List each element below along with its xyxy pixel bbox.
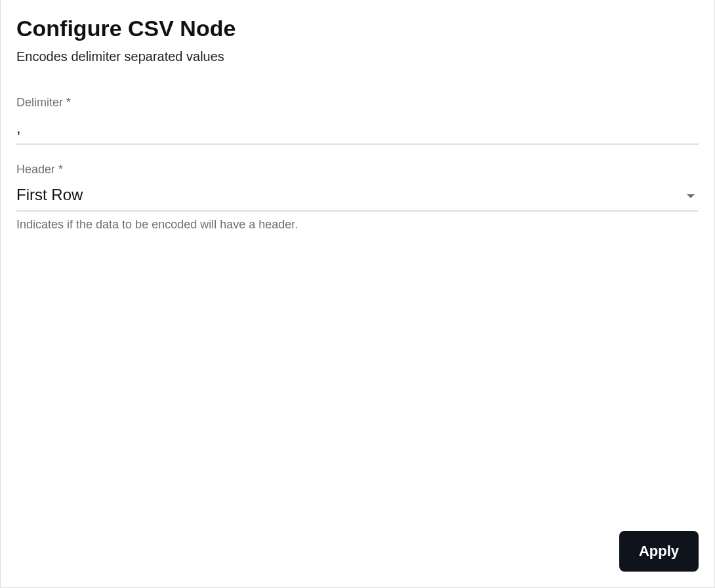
header-select[interactable]: First Row [16,182,699,211]
apply-button[interactable]: Apply [619,531,699,572]
header-helper-text: Indicates if the data to be encoded will… [16,218,699,232]
header-select-value: First Row [16,182,687,211]
header-field: Header * First Row Indicates if the data… [16,163,699,232]
page-title: Configure CSV Node [16,16,699,41]
delimiter-input[interactable] [16,115,699,144]
delimiter-label: Delimiter * [16,96,699,110]
delimiter-field: Delimiter * [16,96,699,144]
configure-panel: Configure CSV Node Encodes delimiter sep… [0,0,715,588]
chevron-down-icon [687,194,695,198]
page-subtitle: Encodes delimiter separated values [16,49,699,64]
header-label: Header * [16,163,699,177]
